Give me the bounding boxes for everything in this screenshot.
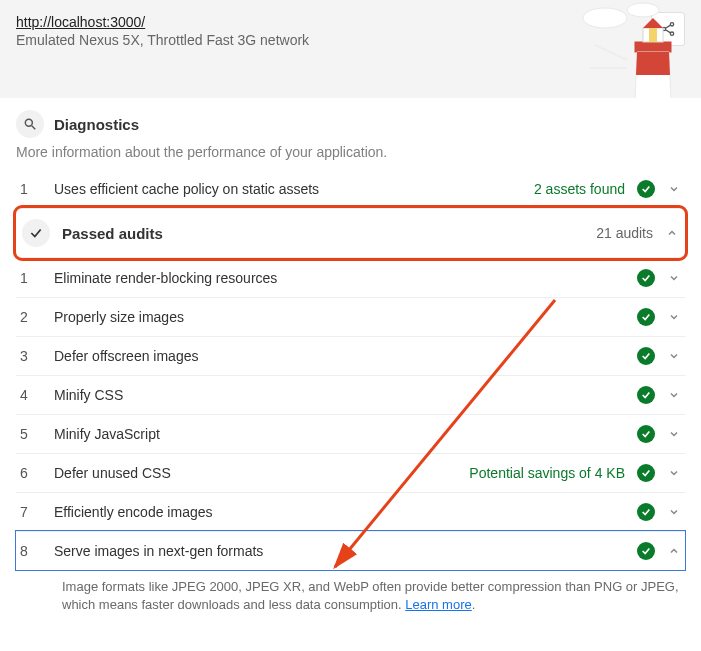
diagnostic-row[interactable]: 1 Uses efficient cache policy on static … — [16, 170, 685, 208]
learn-more-link[interactable]: Learn more — [405, 597, 471, 612]
pass-badge-icon — [637, 347, 655, 365]
row-number: 6 — [20, 465, 42, 481]
chevron-down-icon[interactable] — [667, 389, 681, 401]
chevron-up-icon[interactable] — [665, 227, 679, 239]
audit-detail-text: Image formats like JPEG 2000, JPEG XR, a… — [16, 570, 685, 626]
row-number: 4 — [20, 387, 42, 403]
diagnostics-section: Diagnostics More information about the p… — [0, 98, 701, 630]
chevron-down-icon[interactable] — [667, 311, 681, 323]
pass-badge-icon — [637, 269, 655, 287]
row-title: Efficiently encode images — [54, 504, 625, 520]
env-info: Emulated Nexus 5X, Throttled Fast 3G net… — [16, 32, 685, 48]
row-meta: Potential savings of 4 KB — [469, 465, 625, 481]
pass-badge-icon — [637, 425, 655, 443]
row-number: 1 — [20, 270, 42, 286]
chevron-down-icon[interactable] — [667, 506, 681, 518]
svg-line-4 — [665, 30, 670, 33]
svg-point-14 — [25, 119, 32, 126]
chevron-down-icon[interactable] — [667, 428, 681, 440]
passed-count: 21 audits — [596, 225, 653, 241]
row-number: 8 — [20, 543, 42, 559]
row-number: 2 — [20, 309, 42, 325]
svg-point-0 — [670, 23, 673, 26]
detail-body: Image formats like JPEG 2000, JPEG XR, a… — [62, 579, 679, 612]
pass-badge-icon — [637, 180, 655, 198]
report-header: http://localhost:3000/ Emulated Nexus 5X… — [0, 0, 701, 98]
row-number: 7 — [20, 504, 42, 520]
passed-audits-header[interactable]: Passed audits 21 audits — [16, 208, 685, 258]
passed-row-expanded[interactable]: 8 Serve images in next-gen formats — [16, 531, 685, 570]
pass-badge-icon — [637, 503, 655, 521]
row-title: Uses efficient cache policy on static as… — [54, 181, 522, 197]
svg-point-1 — [662, 27, 665, 30]
pass-badge-icon — [637, 308, 655, 326]
share-icon — [660, 21, 676, 37]
row-title: Minify JavaScript — [54, 426, 625, 442]
check-icon — [22, 219, 50, 247]
magnify-icon — [16, 110, 44, 138]
passed-row[interactable]: 6 Defer unused CSS Potential savings of … — [16, 453, 685, 492]
row-title: Defer unused CSS — [54, 465, 457, 481]
diagnostics-title: Diagnostics — [54, 116, 139, 133]
svg-line-3 — [665, 25, 670, 28]
row-title: Serve images in next-gen formats — [54, 543, 625, 559]
chevron-down-icon[interactable] — [667, 350, 681, 362]
row-title: Properly size images — [54, 309, 625, 325]
passed-row[interactable]: 2 Properly size images — [16, 297, 685, 336]
row-number: 5 — [20, 426, 42, 442]
row-meta: 2 assets found — [534, 181, 625, 197]
passed-row[interactable]: 5 Minify JavaScript — [16, 414, 685, 453]
chevron-up-icon[interactable] — [667, 545, 681, 557]
share-button[interactable] — [651, 12, 685, 46]
row-number: 1 — [20, 181, 42, 197]
row-number: 3 — [20, 348, 42, 364]
pass-badge-icon — [637, 386, 655, 404]
diagnostics-subtitle: More information about the performance o… — [16, 144, 685, 160]
chevron-down-icon[interactable] — [667, 183, 681, 195]
passed-row[interactable]: 7 Efficiently encode images — [16, 492, 685, 531]
passed-row[interactable]: 1 Eliminate render-blocking resources — [16, 258, 685, 297]
row-title: Minify CSS — [54, 387, 625, 403]
pass-badge-icon — [637, 464, 655, 482]
passed-row[interactable]: 3 Defer offscreen images — [16, 336, 685, 375]
row-title: Defer offscreen images — [54, 348, 625, 364]
svg-line-15 — [32, 126, 36, 130]
svg-point-2 — [670, 32, 673, 35]
pass-badge-icon — [637, 542, 655, 560]
chevron-down-icon[interactable] — [667, 272, 681, 284]
row-title: Eliminate render-blocking resources — [54, 270, 625, 286]
report-url[interactable]: http://localhost:3000/ — [16, 14, 685, 30]
chevron-down-icon[interactable] — [667, 467, 681, 479]
passed-title: Passed audits — [62, 225, 584, 242]
passed-row[interactable]: 4 Minify CSS — [16, 375, 685, 414]
